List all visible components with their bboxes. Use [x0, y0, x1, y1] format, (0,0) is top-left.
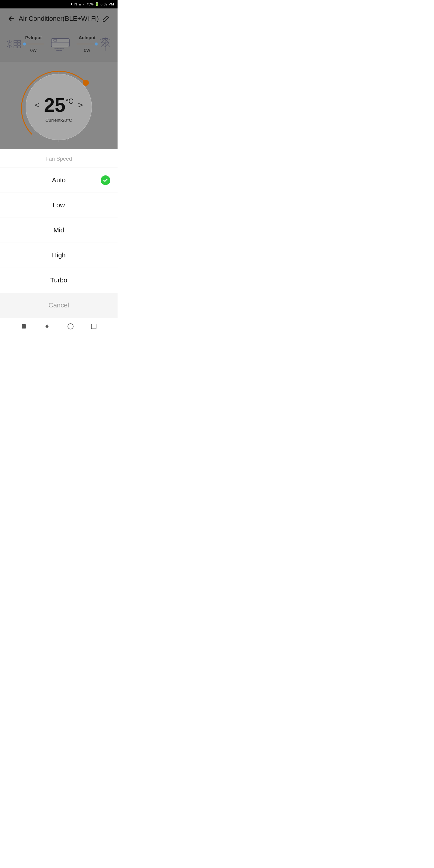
- fan-speed-mid[interactable]: Mid: [0, 218, 118, 243]
- pv-input-value: 0W: [30, 48, 37, 53]
- cancel-section: Cancel: [0, 293, 118, 318]
- svg-line-19: [101, 39, 105, 43]
- back-button[interactable]: [6, 13, 17, 24]
- nav-back-button[interactable]: [41, 321, 53, 332]
- current-temperature: Current-20°C: [35, 118, 83, 123]
- svg-line-34: [86, 90, 89, 91]
- nav-square-button[interactable]: [19, 321, 29, 332]
- time-display: 8:59 PM: [100, 2, 114, 6]
- fan-speed-turbo[interactable]: Turbo: [0, 268, 118, 293]
- pv-input-label: PvInput: [25, 35, 42, 40]
- svg-line-50: [29, 90, 31, 91]
- fan-speed-sheet: Fan Speed Auto Low Mid High Turbo Cancel: [0, 149, 118, 318]
- fan-speed-high[interactable]: High: [0, 243, 118, 268]
- svg-rect-10: [18, 40, 21, 42]
- status-icons: ★ N ▲ ┑ 75% 🔋 8:59 PM: [70, 2, 114, 6]
- signal-icon: ┑: [83, 2, 85, 6]
- svg-line-8: [7, 46, 8, 47]
- nav-home-button[interactable]: [65, 321, 76, 332]
- temp-controls: < 25°C >: [35, 94, 83, 116]
- svg-line-31: [67, 73, 68, 76]
- svg-line-39: [82, 130, 83, 131]
- svg-rect-55: [22, 324, 26, 329]
- ac-input-label: AcInput: [79, 35, 96, 40]
- status-bar: ★ N ▲ ┑ 75% 🔋 8:59 PM: [0, 0, 118, 8]
- svg-line-45: [34, 130, 36, 131]
- svg-line-49: [25, 98, 27, 98]
- svg-line-32: [75, 77, 76, 79]
- svg-line-5: [7, 41, 8, 42]
- svg-line-40: [75, 135, 76, 137]
- svg-rect-9: [14, 40, 17, 42]
- svg-point-54: [83, 80, 89, 86]
- solar-panel-icon: [6, 37, 22, 51]
- svg-rect-13: [14, 46, 17, 48]
- svg-line-41: [67, 138, 68, 141]
- svg-rect-11: [14, 43, 17, 45]
- pv-dot: [23, 42, 26, 45]
- ac-input-value: 0W: [84, 48, 90, 53]
- svg-rect-15: [51, 38, 69, 47]
- svg-line-43: [50, 138, 50, 141]
- battery-percent: 75%: [86, 2, 93, 6]
- svg-line-46: [29, 123, 31, 124]
- svg-rect-12: [18, 43, 21, 45]
- fan-speed-label: Fan Speed: [0, 149, 118, 167]
- app-header: Air Conditioner(BLE+Wi-Fi): [0, 8, 118, 29]
- temp-value-container: 25°C: [44, 94, 73, 116]
- temp-increase-button[interactable]: >: [78, 100, 83, 110]
- svg-point-56: [68, 324, 73, 329]
- page-title: Air Conditioner(BLE+Wi-Fi): [19, 15, 99, 23]
- edit-button[interactable]: [101, 13, 112, 24]
- ac-unit-item: [50, 36, 70, 52]
- svg-line-52: [41, 77, 43, 79]
- svg-line-35: [90, 98, 92, 98]
- svg-line-38: [86, 123, 89, 124]
- nav-recent-button[interactable]: [88, 321, 99, 332]
- nfc-icon: N: [74, 2, 77, 6]
- power-tower-item: [99, 37, 112, 51]
- thermostat-section: < 25°C > Current-20°C: [0, 62, 118, 149]
- energy-section: PvInput 0W AcInput 0W: [0, 29, 118, 62]
- bottom-navigation: [0, 318, 118, 335]
- ac-dot: [95, 42, 98, 45]
- power-tower-icon: [99, 37, 112, 51]
- thermostat-circle: < 25°C > Current-20°C: [20, 68, 98, 140]
- temp-decrease-button[interactable]: <: [35, 100, 39, 110]
- wifi-icon: ▲: [78, 2, 82, 6]
- svg-rect-57: [91, 324, 96, 329]
- pv-line: [26, 44, 44, 44]
- svg-line-44: [41, 135, 43, 137]
- temperature-display: < 25°C > Current-20°C: [35, 94, 83, 123]
- ac-line: [76, 44, 95, 44]
- svg-line-53: [50, 73, 50, 76]
- svg-line-20: [105, 39, 109, 43]
- fan-speed-auto[interactable]: Auto: [0, 168, 118, 193]
- temperature-value: 25°C: [44, 94, 73, 116]
- pv-input-section: PvInput 0W: [23, 35, 44, 53]
- cancel-button[interactable]: Cancel: [0, 293, 118, 318]
- svg-line-37: [90, 116, 92, 116]
- ac-input-section: AcInput 0W: [76, 35, 98, 53]
- svg-rect-14: [18, 46, 21, 48]
- fan-speed-low[interactable]: Low: [0, 193, 118, 218]
- solar-panel-item: [6, 37, 22, 51]
- svg-point-0: [8, 42, 11, 45]
- auto-selected-icon: [101, 176, 110, 185]
- svg-line-7: [11, 41, 12, 42]
- ac-unit-icon: [50, 36, 70, 52]
- svg-line-51: [34, 83, 36, 84]
- svg-line-47: [25, 116, 27, 116]
- bluetooth-icon: ★: [70, 2, 73, 6]
- battery-icon: 🔋: [95, 2, 99, 6]
- svg-line-6: [11, 46, 12, 47]
